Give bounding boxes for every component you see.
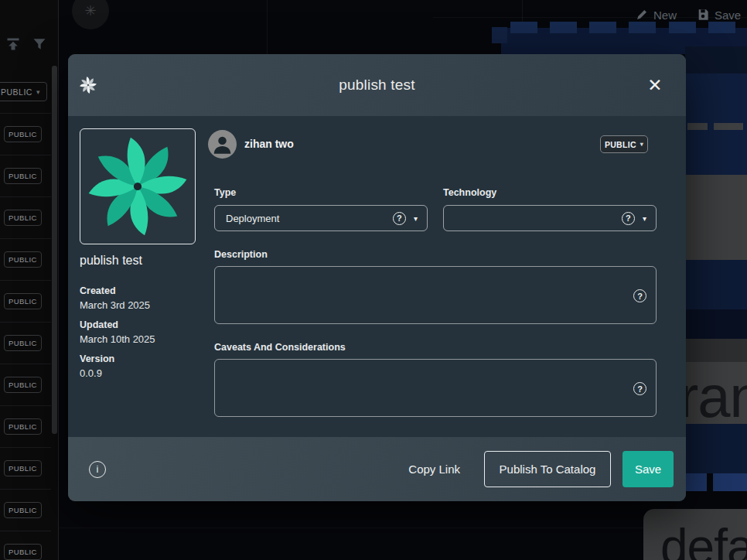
- public-badge: PUBLIC: [4, 168, 42, 184]
- pencil-icon: [636, 9, 648, 21]
- public-badge: PUBLIC: [4, 251, 42, 268]
- canvas-node: [685, 309, 747, 339]
- public-badge: PUBLIC: [4, 126, 42, 142]
- created-label: Created: [80, 285, 116, 296]
- save-label: Save: [715, 9, 741, 22]
- app-root: ran defa New Save: [0, 0, 747, 560]
- sidebar-visibility-filter[interactable]: PUBLIC ▾: [0, 82, 47, 101]
- save-button[interactable]: Save: [622, 451, 674, 487]
- visibility-value: PUBLIC: [605, 140, 636, 149]
- canvas-band: [685, 46, 747, 73]
- timeline-block: [589, 22, 616, 33]
- help-glyph: ?: [637, 292, 643, 301]
- canvas-node: [685, 424, 747, 473]
- public-badge: PUBLIC: [4, 544, 42, 560]
- technology-label: Technology: [443, 187, 496, 198]
- sidebar: PUBLIC ▾ PUBLIC PUBLIC PUBLIC PUBLIC PUB…: [0, 0, 59, 560]
- sidebar-list-item[interactable]: PUBLIC: [0, 489, 51, 531]
- public-badge: PUBLIC: [4, 502, 42, 518]
- upload-icon[interactable]: [5, 36, 21, 52]
- filter-value: PUBLIC: [1, 87, 32, 97]
- avatar: [208, 130, 237, 159]
- chevron-down-icon: ▾: [640, 141, 643, 148]
- asset-name: publish test: [80, 254, 142, 268]
- copy-link-button[interactable]: Copy Link: [408, 463, 460, 476]
- sidebar-list-item[interactable]: PUBLIC: [0, 447, 51, 489]
- save-diagram-button[interactable]: Save: [697, 6, 741, 23]
- sidebar-list-item[interactable]: PUBLIC: [0, 155, 51, 196]
- public-badge: PUBLIC: [4, 418, 42, 435]
- type-select[interactable]: Deployment ? ▾: [214, 205, 428, 231]
- timeline-block: [550, 22, 577, 33]
- pinwheel-logo-icon: [88, 137, 187, 236]
- help-icon[interactable]: ?: [633, 382, 646, 395]
- canvas-node: [685, 175, 747, 260]
- chevron-down-icon: ▾: [36, 88, 40, 96]
- new-label: New: [653, 9, 677, 22]
- public-badge: PUBLIC: [4, 377, 42, 393]
- description-textarea[interactable]: ?: [214, 266, 657, 324]
- canvas-bar: [713, 473, 747, 491]
- sidebar-list-item[interactable]: PUBLIC: [0, 196, 51, 238]
- chevron-down-icon: ▾: [414, 214, 418, 223]
- dialog-footer: i Copy Link Publish To Catalog Save: [68, 437, 686, 501]
- technology-select[interactable]: ? ▾: [443, 205, 657, 231]
- help-glyph: ?: [626, 213, 631, 223]
- sidebar-list-item[interactable]: PUBLIC: [0, 238, 51, 280]
- grid-line: [59, 528, 643, 528]
- timeline-block: [492, 27, 507, 43]
- info-glyph: i: [97, 463, 99, 475]
- node-label-text: ran: [679, 364, 747, 424]
- help-icon[interactable]: ?: [622, 212, 635, 225]
- type-value: Deployment: [226, 213, 279, 224]
- person-icon: [208, 130, 237, 159]
- help-icon[interactable]: ?: [633, 289, 646, 302]
- sidebar-list-item[interactable]: PUBLIC: [0, 364, 51, 405]
- sidebar-toolbar: [0, 0, 59, 59]
- owner-name: zihan two: [244, 138, 294, 150]
- canvas-bar: [714, 123, 743, 130]
- caveats-textarea[interactable]: ?: [214, 359, 657, 417]
- new-button[interactable]: New: [636, 6, 677, 23]
- canvas-bar: [687, 123, 708, 130]
- info-icon[interactable]: i: [89, 461, 106, 478]
- sidebar-list-item[interactable]: PUBLIC: [0, 280, 51, 322]
- public-badge: PUBLIC: [4, 460, 42, 476]
- public-badge: PUBLIC: [4, 335, 42, 351]
- sidebar-list-item[interactable]: PUBLIC: [0, 113, 51, 155]
- dialog-title: publish test: [68, 54, 686, 116]
- help-glyph: ?: [397, 213, 402, 223]
- public-badge: PUBLIC: [4, 293, 42, 309]
- sidebar-list-item[interactable]: PUBLIC: [0, 322, 51, 364]
- updated-label: Updated: [80, 319, 118, 330]
- public-badge: PUBLIC: [4, 210, 42, 226]
- timeline-block: [669, 22, 696, 33]
- dialog-header: publish test ✕: [68, 54, 686, 116]
- node-label-text: defa: [660, 518, 747, 560]
- visibility-dropdown[interactable]: PUBLIC ▾: [600, 135, 648, 153]
- description-label: Description: [214, 249, 268, 260]
- help-icon[interactable]: ?: [393, 212, 406, 225]
- grid-line: [267, 0, 268, 54]
- created-value: March 3rd 2025: [80, 299, 150, 311]
- version-label: Version: [80, 353, 114, 364]
- canvas-node-label: ran: [679, 362, 747, 424]
- version-value: 0.0.9: [80, 367, 102, 379]
- close-icon[interactable]: ✕: [644, 74, 666, 96]
- type-label: Type: [214, 187, 236, 198]
- asterisk-icon: ✳: [84, 2, 96, 19]
- publish-to-catalog-button[interactable]: Publish To Catalog: [484, 451, 611, 487]
- asset-thumbnail: [80, 128, 196, 244]
- chevron-down-icon: ▾: [643, 214, 646, 223]
- filter-icon[interactable]: [32, 36, 47, 52]
- sidebar-list-item[interactable]: PUBLIC: [0, 531, 51, 560]
- help-glyph: ?: [637, 384, 643, 394]
- timeline-block: [629, 22, 656, 33]
- updated-value: March 10th 2025: [80, 333, 155, 345]
- timeline-block: [708, 22, 735, 33]
- sidebar-scrollbar[interactable]: [52, 66, 57, 434]
- canvas-node: [685, 339, 747, 362]
- floppy-disk-icon: [697, 9, 709, 21]
- close-glyph: ✕: [647, 75, 662, 96]
- sidebar-list-item[interactable]: PUBLIC: [0, 405, 51, 447]
